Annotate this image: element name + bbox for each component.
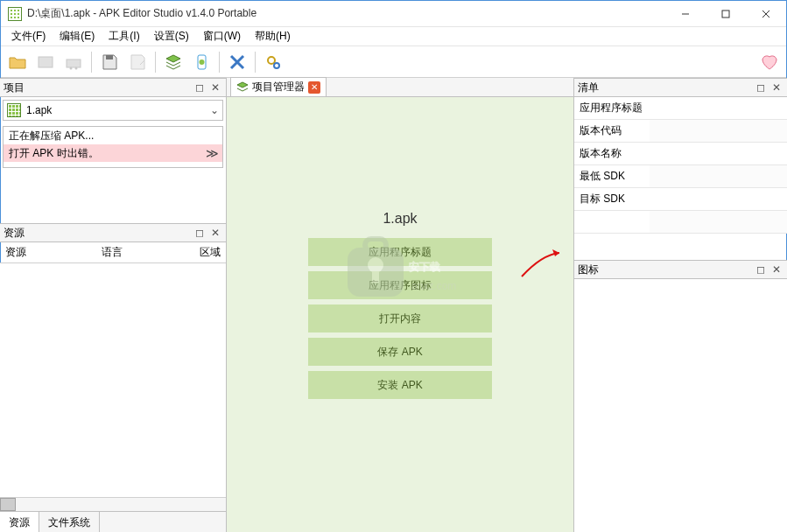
icons-panel[interactable] — [574, 279, 787, 532]
project-message[interactable]: 正在解压缩 APK... — [4, 127, 222, 144]
settings-button[interactable] — [260, 49, 286, 75]
open-content-button[interactable]: 打开内容 — [308, 304, 492, 332]
menu-settings[interactable]: 设置(S) — [147, 27, 196, 46]
resources-scrollbar[interactable] — [0, 497, 226, 511]
manifest-key-min-sdk: 最低 SDK — [574, 165, 650, 187]
toolbar-separator — [155, 52, 156, 73]
icons-panel-header: 图标 ◻ ✕ — [574, 260, 787, 279]
manifest-panel-float-button[interactable]: ◻ — [754, 80, 768, 94]
svg-point-13 — [268, 57, 275, 64]
manifest-val-app-title[interactable] — [650, 97, 787, 119]
tab-resources[interactable]: 资源 — [0, 511, 39, 532]
svg-rect-1 — [722, 10, 729, 18]
chevron-down-icon: ⌄ — [210, 104, 219, 116]
device-button[interactable] — [188, 49, 214, 75]
svg-point-14 — [274, 63, 279, 68]
message-text: 打开 APK 时出错。 — [9, 146, 99, 161]
resources-panel-float-button[interactable]: ◻ — [193, 226, 207, 240]
manifest-key-app-title: 应用程序标题 — [574, 97, 650, 119]
icons-panel-title: 图标 — [578, 262, 752, 277]
explore-button[interactable] — [60, 49, 87, 75]
manifest-panel-close-button[interactable]: ✕ — [769, 80, 783, 94]
resources-columns: 资源 语言 区域 — [0, 242, 226, 263]
project-select[interactable]: 1.apk ⌄ — [3, 100, 223, 121]
manifest-key-version-name: 版本名称 — [574, 143, 650, 164]
center-tabbar: 项目管理器 ✕ — [227, 78, 573, 97]
col-region[interactable]: 区域 — [182, 242, 226, 262]
menu-edit[interactable]: 编辑(E) — [53, 27, 102, 46]
tab-filesystem[interactable]: 文件系统 — [39, 512, 100, 532]
save-button[interactable] — [96, 49, 123, 75]
project-panel-header: 项目 ◻ ✕ — [0, 78, 226, 97]
svg-point-7 — [75, 66, 78, 69]
manifest-val-version-name[interactable] — [650, 143, 787, 164]
window-title: D:\桌面\1.apk - APK Editor Studio v1.4.0 P… — [27, 6, 665, 21]
tab-project-manager[interactable]: 项目管理器 ✕ — [230, 77, 327, 96]
svg-rect-4 — [39, 57, 53, 67]
project-panel: 1.apk ⌄ 正在解压缩 APK... 打开 APK 时出错。 ≫ — [0, 97, 226, 171]
project-manager-view: 安下载 anxz.com 1.apk 应用程序标题 应用程序图标 打开内容 保存… — [227, 97, 573, 532]
icons-panel-close-button[interactable]: ✕ — [769, 262, 783, 276]
manifest-table: 应用程序标题 版本代码 版本名称 最低 SDK 目标 SDK — [574, 97, 787, 234]
manifest-val-version-code[interactable] — [650, 120, 787, 142]
col-language[interactable]: 语言 — [96, 242, 182, 262]
edit-app-title-button[interactable]: 应用程序标题 — [308, 238, 492, 266]
col-resource[interactable]: 资源 — [0, 242, 96, 262]
donate-button[interactable] — [756, 49, 783, 75]
save-as-button[interactable] — [124, 49, 151, 75]
menu-window[interactable]: 窗口(W) — [196, 27, 248, 46]
details-arrow-icon: ≫ — [206, 146, 217, 160]
manifest-panel-title: 清单 — [578, 80, 752, 95]
resources-panel-close-button[interactable]: ✕ — [208, 226, 222, 240]
menu-bar: 文件(F) 编辑(E) 工具(I) 设置(S) 窗口(W) 帮助(H) — [1, 27, 786, 46]
manifest-row-empty — [574, 211, 650, 233]
install-apk-button[interactable]: 安装 APK — [308, 371, 492, 399]
open-button[interactable] — [4, 49, 31, 75]
close-project-button[interactable] — [224, 49, 250, 75]
resources-tabs: 资源 文件系统 — [0, 511, 226, 532]
svg-rect-5 — [67, 60, 81, 67]
toolbar-separator — [255, 52, 256, 73]
project-message-list: 正在解压缩 APK... 打开 APK 时出错。 ≫ — [3, 126, 223, 168]
toolbar-separator — [219, 52, 220, 73]
manifest-val-min-sdk[interactable] — [650, 165, 787, 187]
title-bar: D:\桌面\1.apk - APK Editor Studio v1.4.0 P… — [1, 1, 786, 27]
resources-panel: 资源 语言 区域 资源 文件系统 — [0, 242, 226, 532]
manifest-key-version-code: 版本代码 — [574, 120, 650, 142]
app-icon — [8, 7, 22, 21]
apk-title: 1.apk — [383, 211, 417, 227]
svg-point-6 — [70, 66, 73, 69]
message-text: 正在解压缩 APK... — [9, 129, 94, 144]
project-name: 1.apk — [26, 104, 52, 116]
edit-app-icon-button[interactable]: 应用程序图标 — [308, 271, 492, 299]
annotation-arrow-icon — [520, 246, 568, 281]
menu-file[interactable]: 文件(F) — [4, 27, 53, 46]
manifest-key-target-sdk: 目标 SDK — [574, 188, 650, 210]
minimize-button[interactable] — [665, 1, 706, 27]
layers-button[interactable] — [160, 49, 186, 75]
project-panel-title: 项目 — [4, 80, 191, 95]
icons-panel-float-button[interactable]: ◻ — [754, 262, 768, 276]
resources-panel-title: 资源 — [4, 226, 191, 241]
manifest-val-target-sdk[interactable] — [650, 188, 787, 210]
resources-list[interactable] — [0, 263, 226, 497]
tab-close-button[interactable]: ✕ — [308, 81, 320, 94]
toolbar-separator — [91, 52, 92, 73]
open-recent-button[interactable] — [32, 49, 59, 75]
svg-point-10 — [200, 60, 205, 65]
tab-label: 项目管理器 — [252, 80, 305, 94]
menu-tools[interactable]: 工具(I) — [102, 27, 146, 46]
save-apk-button[interactable]: 保存 APK — [308, 338, 492, 366]
project-message-error[interactable]: 打开 APK 时出错。 ≫ — [4, 144, 222, 162]
resources-panel-header: 资源 ◻ ✕ — [0, 223, 226, 242]
toolbar — [1, 46, 786, 78]
layers-icon — [236, 81, 249, 94]
svg-rect-8 — [106, 55, 113, 60]
project-panel-float-button[interactable]: ◻ — [193, 80, 207, 94]
menu-help[interactable]: 帮助(H) — [248, 27, 298, 46]
grid-icon — [7, 103, 21, 117]
project-panel-close-button[interactable]: ✕ — [208, 80, 222, 94]
close-button[interactable] — [746, 1, 786, 27]
maximize-button[interactable] — [706, 1, 746, 27]
manifest-panel-header: 清单 ◻ ✕ — [574, 78, 787, 97]
